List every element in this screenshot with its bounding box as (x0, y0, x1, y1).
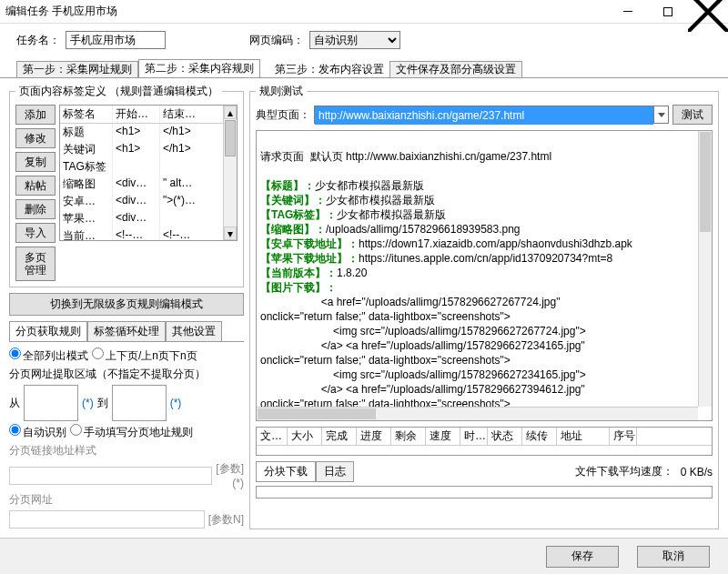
table-scrollbar[interactable]: ▴ ▾ (223, 106, 237, 240)
fcol-file: 文… (257, 428, 288, 445)
url-label: 典型页面： (256, 107, 310, 123)
label-table[interactable]: 标签名 开始… 结束… 标题<h1></h1>关键词<h1></h1>TAG标签… (59, 105, 238, 241)
encoding-label: 网页编码： (249, 33, 304, 48)
table-row[interactable]: 当前…<!--…<!--… (60, 227, 237, 241)
paste-button[interactable]: 粘帖 (15, 176, 56, 196)
table-row[interactable]: 苹果…<div… (60, 210, 237, 227)
asterisk-from[interactable]: (*) (82, 397, 94, 409)
fcol-resume: 续传 (522, 428, 557, 445)
task-name-input[interactable] (66, 31, 166, 49)
tab-step2[interactable]: 第二步：采集内容规则 (138, 59, 260, 77)
fcol-time: 时… (460, 428, 488, 445)
table-row[interactable]: 关键词<h1></h1> (60, 141, 237, 158)
import-button[interactable]: 导入 (15, 223, 56, 243)
radio-manual[interactable]: 手动填写分页地址规则 (70, 424, 193, 440)
tab-step4[interactable]: 文件保存及部分高级设置 (389, 61, 522, 77)
close-window-button[interactable] (688, 0, 728, 24)
preview-h-scroll[interactable] (257, 407, 698, 420)
task-name-label: 任务名： (16, 33, 60, 48)
file-table[interactable]: 文… 大小 完成 进度 剩余 速度 时… 状态 续传 地址 序号 (256, 427, 713, 456)
radio-listall[interactable]: 全部列出模式 (9, 347, 88, 364)
from-box[interactable] (24, 385, 78, 421)
from-label: 从 (9, 396, 20, 411)
table-row[interactable]: 缩略图<div…" alt… (60, 176, 237, 193)
linkstyle-input (9, 467, 212, 485)
window-title: 编辑任务 手机应用市场 (5, 4, 608, 19)
cancel-button[interactable]: 取消 (637, 546, 710, 568)
speed-label: 文件下载平均速度： (575, 464, 673, 479)
speed-value: 0 KB/s (681, 466, 713, 478)
linkstyle-label: 分页链接地址样式 (9, 443, 244, 458)
fcol-size: 大小 (288, 428, 322, 445)
subtab-other[interactable]: 其他设置 (166, 321, 222, 341)
radio-auto[interactable]: 自动识别 (9, 424, 66, 440)
tab-step1[interactable]: 第一步：采集网址规则 (16, 61, 138, 77)
label-def-group: 页面内容标签定义 （规则普通编辑模式） 添加 修改 复制 粘帖 删除 导入 多页… (9, 84, 244, 287)
subtab-loop[interactable]: 标签循环处理 (87, 321, 166, 341)
table-row[interactable]: 安卓…<div…">(*)… (60, 193, 237, 210)
scroll-down-icon[interactable]: ▾ (224, 227, 237, 240)
save-button[interactable]: 保存 (546, 546, 619, 568)
pgurl-input (9, 510, 205, 529)
fcol-progress: 进度 (357, 428, 391, 445)
url-input[interactable] (315, 106, 653, 125)
minimize-button[interactable] (608, 0, 648, 24)
switch-mode-button[interactable]: 切换到无限级多页规则编辑模式 (9, 293, 244, 316)
subtab-paging[interactable]: 分页获取规则 (9, 321, 87, 341)
asterisk-to[interactable]: (*) (170, 397, 182, 409)
col-start: 开始… (113, 106, 160, 123)
preview-v-scroll[interactable] (698, 131, 712, 407)
copy-button[interactable]: 复制 (15, 152, 56, 172)
multipage-button[interactable]: 多页管理 (15, 247, 56, 281)
ruletest-group: 规则测试 典型页面： 测试 请求页面 默认页 http://www.baixia… (249, 84, 719, 529)
fcol-done: 完成 (322, 428, 357, 445)
maximize-button[interactable] (648, 0, 688, 24)
paramstar: (*) (232, 477, 244, 489)
table-row[interactable]: 标题<h1></h1> (60, 124, 237, 141)
table-row[interactable]: TAG标签 (60, 158, 237, 176)
fcol-idx: 序号 (610, 428, 637, 445)
url-combo[interactable] (314, 106, 669, 124)
dltab-chunk[interactable]: 分块下载 (256, 461, 316, 482)
col-end: 结束… (160, 106, 206, 123)
tab-step3[interactable]: 第三步：发布内容设置 (269, 61, 389, 77)
encoding-select[interactable]: 自动识别 (309, 31, 400, 49)
to-label: 到 (97, 396, 108, 411)
param-link: [参数] (216, 462, 244, 475)
fcol-speed: 速度 (426, 428, 460, 445)
preview-pane[interactable]: 请求页面 默认页 http://www.baixianzhishi.cn/gam… (256, 130, 713, 421)
zone-label: 分页网址提取区域（不指定不提取分页） (9, 367, 244, 382)
chevron-down-icon[interactable] (653, 106, 668, 123)
progress-bar (256, 486, 713, 498)
ruletest-legend: 规则测试 (256, 84, 307, 99)
radio-prevnext[interactable]: 上下页/上n页下n页 (92, 347, 197, 364)
to-box[interactable] (112, 385, 167, 421)
fcol-remain: 剩余 (391, 428, 426, 445)
scroll-up-icon[interactable]: ▴ (224, 106, 237, 119)
fcol-addr: 地址 (557, 428, 610, 445)
pgurl-label: 分页网址 (9, 492, 244, 508)
col-label: 标签名 (60, 106, 113, 123)
label-def-legend: 页面内容标签定义 （规则普通编辑模式） (15, 84, 222, 99)
paramN-link: [参数N] (208, 512, 244, 528)
test-button[interactable]: 测试 (672, 105, 713, 125)
fcol-status: 状态 (488, 428, 522, 445)
add-button[interactable]: 添加 (15, 105, 56, 125)
delete-button[interactable]: 删除 (15, 199, 56, 219)
edit-button[interactable]: 修改 (15, 128, 56, 148)
dltab-log[interactable]: 日志 (316, 461, 354, 482)
